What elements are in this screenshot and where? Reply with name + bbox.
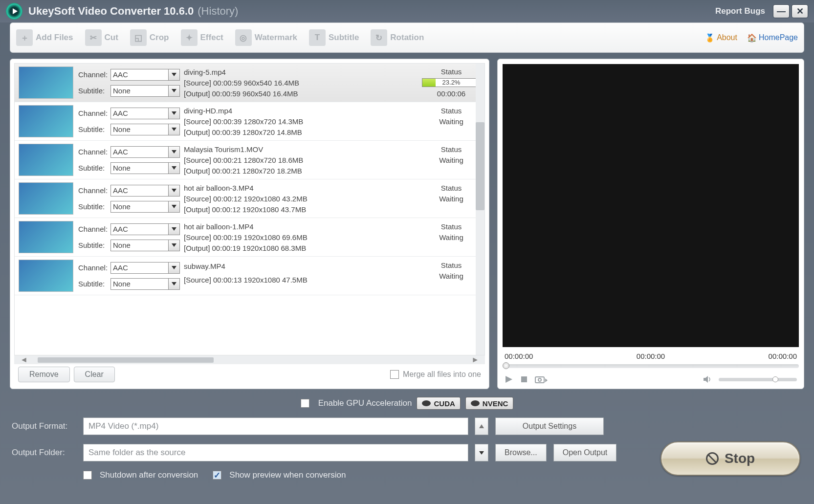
channel-label: Channel: [78, 225, 110, 233]
play-icon[interactable] [505, 375, 513, 384]
output-info: [Output] 00:00:12 1920x1080 43.7MB [184, 205, 422, 214]
time-start: 00:00:00 [505, 352, 533, 360]
volume-slider[interactable] [719, 378, 797, 381]
file-name: subway.MP4 [184, 262, 422, 270]
watermark-button[interactable]: ◎Watermark [235, 29, 297, 46]
channel-select[interactable]: AAC [110, 223, 169, 235]
file-name: hot air balloon-1.MP4 [184, 222, 422, 231]
chevron-down-icon[interactable] [168, 108, 180, 119]
open-output-button[interactable]: Open Output [553, 444, 617, 461]
output-folder-field[interactable]: Same folder as the source [83, 444, 468, 461]
chevron-down-icon[interactable] [168, 240, 180, 251]
source-info: [Source] 00:00:59 960x540 16.4MB [184, 79, 422, 87]
subtitle-select[interactable]: None [110, 240, 169, 251]
channel-label: Channel: [78, 148, 110, 156]
merge-checkbox[interactable] [390, 370, 399, 379]
stop-icon[interactable] [520, 375, 528, 383]
app-title-history: (History) [198, 5, 238, 18]
time-end: 00:00:00 [769, 352, 797, 360]
video-thumbnail [19, 182, 73, 215]
chevron-down-icon[interactable] [168, 162, 180, 174]
app-title: UkeySoft Video Converter 10.6.0 [28, 5, 194, 18]
subtitle-label: Subtitle: [78, 202, 110, 211]
seek-slider[interactable] [503, 364, 799, 368]
status-value: Waiting [422, 117, 481, 126]
close-button[interactable]: ✕ [792, 4, 808, 18]
scrollbar-horizontal[interactable]: ◄► [14, 355, 485, 364]
stop-button[interactable]: Stop [660, 441, 800, 476]
output-folder-label: Output Folder: [12, 448, 76, 458]
svg-marker-6 [479, 424, 484, 428]
status-value: Waiting [422, 195, 481, 203]
subtitle-button[interactable]: TSubtitle [309, 29, 359, 46]
file-row[interactable]: Channel:AAC Subtitle:None diving-5.mp4 [… [15, 64, 484, 102]
shutdown-label: Shutdown after conversion [100, 470, 198, 480]
subtitle-select[interactable]: None [110, 124, 169, 135]
source-info: [Source] 00:00:39 1280x720 14.3MB [184, 117, 422, 126]
output-format-field[interactable]: MP4 Video (*.mp4) [83, 417, 468, 435]
about-link[interactable]: 🏅About [705, 33, 737, 42]
subtitle-select[interactable]: None [110, 278, 169, 290]
status-label: Status [422, 107, 481, 115]
titlebar: UkeySoft Video Converter 10.6.0 (History… [0, 0, 814, 22]
remove-button[interactable]: Remove [18, 367, 70, 382]
report-bugs-link[interactable]: Report Bugs [715, 6, 765, 16]
rotation-button[interactable]: ↻Rotation [371, 29, 424, 46]
clear-button[interactable]: Clear [74, 367, 115, 382]
output-format-label: Output Format: [12, 421, 76, 431]
cut-button[interactable]: ✂Cut [85, 29, 118, 46]
channel-select[interactable]: AAC [110, 262, 169, 274]
file-row[interactable]: Channel:AAC Subtitle:None Malaysia Touri… [15, 141, 484, 179]
time-current: 00:00:00 [637, 352, 665, 360]
add-files-button[interactable]: ＋Add Files [16, 29, 73, 46]
crop-icon: ◱ [130, 29, 147, 46]
channel-label: Channel: [78, 109, 110, 117]
output-folder-dropdown[interactable] [475, 444, 488, 461]
browse-button[interactable]: Browse... [495, 444, 547, 461]
chevron-down-icon[interactable] [168, 85, 180, 97]
preview-checkbox[interactable]: ✓ [213, 471, 221, 480]
volume-icon[interactable] [703, 375, 712, 383]
channel-select[interactable]: AAC [110, 69, 169, 81]
crop-button[interactable]: ◱Crop [130, 29, 169, 46]
source-info: [Source] 00:00:13 1920x1080 47.5MB [184, 276, 422, 284]
output-format-dropdown[interactable] [475, 417, 488, 435]
file-row[interactable]: Channel:AAC Subtitle:None diving-HD.mp4 … [15, 102, 484, 141]
homepage-link[interactable]: 🏠HomePage [747, 33, 798, 42]
chevron-down-icon[interactable] [168, 185, 180, 197]
status-value: Waiting [422, 272, 481, 280]
subtitle-select[interactable]: None [110, 201, 169, 213]
channel-select[interactable]: AAC [110, 108, 169, 119]
chevron-down-icon[interactable] [168, 262, 180, 274]
subtitle-select[interactable]: None [110, 85, 169, 97]
status-label: Status [422, 184, 481, 192]
channel-select[interactable]: AAC [110, 185, 169, 197]
add-files-icon: ＋ [16, 29, 33, 46]
channel-select[interactable]: AAC [110, 146, 169, 158]
subtitle-select[interactable]: None [110, 162, 169, 174]
file-row[interactable]: Channel:AAC Subtitle:None hot air balloo… [15, 179, 484, 218]
scrollbar-vertical[interactable] [476, 64, 484, 355]
chevron-down-icon[interactable] [168, 69, 180, 81]
chevron-down-icon[interactable] [168, 278, 180, 290]
status-label: Status [422, 222, 481, 231]
effect-icon: ✦ [181, 29, 198, 46]
file-name: diving-HD.mp4 [184, 107, 422, 115]
status-label: Status [422, 261, 481, 269]
chevron-down-icon[interactable] [168, 146, 180, 158]
file-row[interactable]: Channel:AAC Subtitle:None subway.MP4 [So… [15, 257, 484, 295]
snapshot-icon[interactable] [535, 375, 548, 384]
chevron-down-icon[interactable] [168, 201, 180, 213]
progress-bar: 23.2% [422, 78, 481, 87]
shutdown-checkbox[interactable] [83, 471, 92, 480]
chevron-down-icon[interactable] [168, 124, 180, 135]
gpu-checkbox[interactable] [301, 399, 309, 408]
file-row[interactable]: Channel:AAC Subtitle:None hot air balloo… [15, 218, 484, 257]
effect-button[interactable]: ✦Effect [181, 29, 223, 46]
source-info: [Source] 00:00:12 1920x1080 43.2MB [184, 195, 422, 203]
svg-marker-5 [704, 376, 708, 383]
minimize-button[interactable]: — [773, 4, 790, 18]
output-settings-button[interactable]: Output Settings [495, 417, 604, 435]
svg-rect-1 [521, 376, 527, 382]
chevron-down-icon[interactable] [168, 223, 180, 235]
